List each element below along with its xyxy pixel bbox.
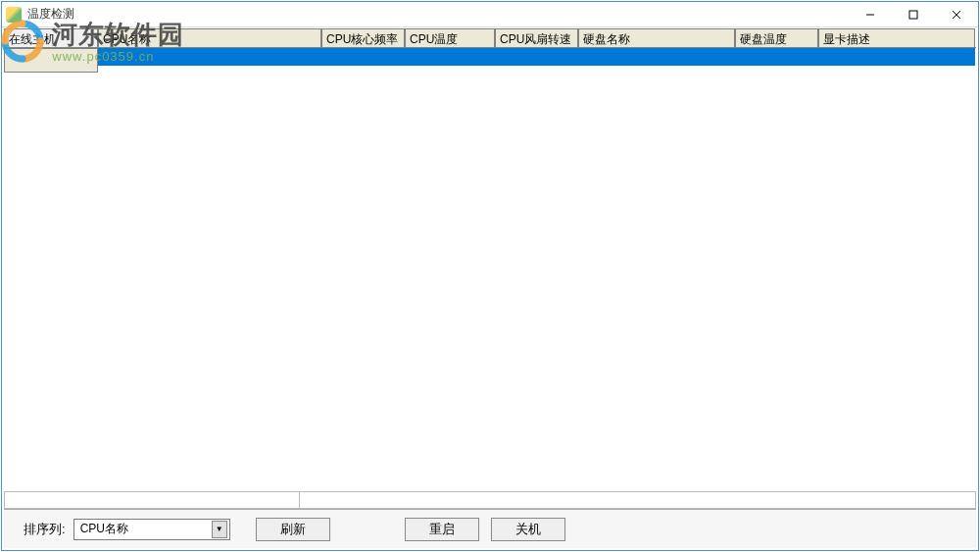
cell-cpu-core-freq[interactable]: [321, 48, 405, 66]
titlebar-left: 温度检测: [6, 6, 74, 23]
status-bar: [4, 491, 976, 509]
maximize-button[interactable]: [892, 2, 935, 27]
cell-hdd-name[interactable]: [578, 48, 735, 66]
col-online-host[interactable]: 在线主机: [4, 28, 98, 47]
cell-online-host[interactable]: [4, 48, 98, 73]
col-hdd-name[interactable]: 硬盘名称: [578, 28, 735, 47]
cell-hdd-temp[interactable]: [735, 48, 818, 66]
cell-cpu-temp[interactable]: [405, 48, 495, 66]
content-area: 在线主机 CPU名称 CPU核心频率 CPU温度 CPU风扇转速 硬盘名称 硬盘…: [4, 28, 976, 507]
col-cpu-temp[interactable]: CPU温度: [405, 28, 495, 47]
shutdown-button[interactable]: 关机: [491, 518, 565, 541]
cell-cpu-fan-speed[interactable]: [495, 48, 578, 66]
col-cpu-name[interactable]: CPU名称: [98, 28, 321, 47]
cell-cpu-name[interactable]: [98, 48, 321, 66]
svg-rect-1: [909, 11, 917, 19]
refresh-button[interactable]: 刷新: [256, 518, 330, 541]
table-header: 在线主机 CPU名称 CPU核心频率 CPU温度 CPU风扇转速 硬盘名称 硬盘…: [4, 28, 976, 48]
col-cpu-fan-speed[interactable]: CPU风扇转速: [495, 28, 578, 47]
restart-button[interactable]: 重启: [405, 518, 479, 541]
window-title: 温度检测: [27, 6, 74, 23]
col-hdd-temp[interactable]: 硬盘温度: [735, 28, 818, 47]
sort-column-label: 排序列:: [24, 521, 66, 538]
app-icon: [6, 7, 22, 23]
cell-gpu-desc[interactable]: [818, 48, 975, 66]
col-cpu-core-freq[interactable]: CPU核心频率: [321, 28, 405, 47]
bottom-bar: 排序列: CPU名称 ▼ 刷新 重启 关机: [4, 509, 976, 548]
sort-column-value: CPU名称: [80, 521, 128, 537]
sort-column-combo[interactable]: CPU名称 ▼: [74, 519, 230, 540]
window-controls: [849, 2, 978, 27]
app-window: 温度检测 在线主机 CPU名称 CPU核心频率 CPU温度 CPU风扇转速 硬盘…: [1, 1, 979, 551]
chevron-down-icon[interactable]: ▼: [212, 521, 227, 538]
table-row[interactable]: [4, 48, 976, 66]
col-gpu-desc[interactable]: 显卡描述: [818, 28, 975, 47]
titlebar: 温度检测: [2, 2, 978, 27]
close-button[interactable]: [935, 2, 978, 27]
status-divider: [299, 492, 300, 508]
minimize-button[interactable]: [849, 2, 892, 27]
